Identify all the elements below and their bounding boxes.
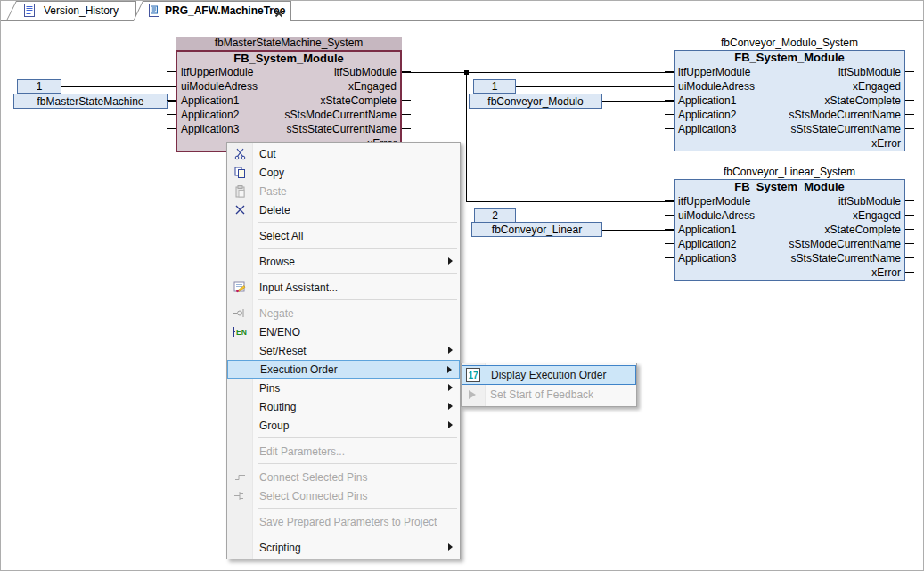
wire-operand-to-application1-2[interactable] bbox=[602, 101, 674, 102]
copy-icon bbox=[233, 166, 247, 179]
fb-body[interactable]: FB_System_Module itfUpperModuleitfSubMod… bbox=[176, 50, 402, 152]
operand-box-instance[interactable]: fbMasterStateMachine bbox=[13, 94, 168, 109]
input-pin[interactable]: itfUpperModule bbox=[678, 194, 750, 208]
menu-item-browse[interactable]: Browse bbox=[227, 252, 460, 271]
en-eno-icon: EN bbox=[233, 325, 247, 339]
operand-box-instance[interactable]: fbConveyor_Modulo bbox=[469, 94, 602, 109]
input-pin[interactable]: uiModuleAdress bbox=[678, 79, 755, 94]
wire-operand-to-application1-1[interactable] bbox=[168, 101, 176, 102]
instance-name[interactable]: fbConveyor_Linear_System bbox=[674, 166, 905, 179]
menu-item-set-reset[interactable]: Set/Reset bbox=[227, 341, 460, 360]
output-pin[interactable]: xEngaged bbox=[348, 79, 397, 94]
output-pin[interactable]: xError bbox=[871, 136, 901, 151]
menu-item-en-eno[interactable]: EN EN/ENO bbox=[227, 322, 460, 341]
instance-name[interactable]: fbConveyor_Modulo_System bbox=[674, 37, 905, 50]
function-block-conveyor-modulo: fbConveyor_Modulo_System FB_System_Modul… bbox=[674, 37, 905, 152]
input-pin[interactable]: Application2 bbox=[678, 237, 736, 251]
tab-label: Version_History bbox=[44, 1, 119, 20]
operand-box-instance[interactable]: fbConveyor_Linear bbox=[471, 222, 602, 237]
wire-operand-to-uimoduleadress-1[interactable] bbox=[61, 86, 176, 87]
submenu-arrow-icon bbox=[448, 403, 453, 410]
input-pin[interactable]: itfUpperModule bbox=[678, 65, 750, 79]
wire-operand-to-uimoduleadress-2[interactable] bbox=[516, 86, 674, 87]
submenu-item-display-execution-order[interactable]: 17 Display Execution Order bbox=[462, 365, 636, 385]
menu-separator bbox=[227, 271, 460, 278]
operand-box-address[interactable]: 2 bbox=[474, 208, 516, 223]
svg-text:EN: EN bbox=[236, 328, 247, 337]
output-pin[interactable]: xStateComplete bbox=[825, 94, 901, 108]
tab-version-history[interactable]: Version_History bbox=[6, 1, 136, 20]
input-pin[interactable]: Application3 bbox=[678, 122, 736, 136]
output-pin[interactable]: itfSubModule bbox=[334, 65, 397, 79]
instance-name[interactable]: fbMasterStateMachine_System bbox=[176, 37, 402, 50]
document-icon bbox=[24, 4, 35, 20]
menu-item-pins[interactable]: Pins bbox=[227, 379, 460, 397]
fb-type-title: FB_System_Module bbox=[177, 52, 400, 65]
output-pin[interactable]: itfSubModule bbox=[838, 194, 901, 208]
input-pin[interactable]: uiModuleAdress bbox=[678, 208, 755, 223]
menu-item-scripting[interactable]: Scripting bbox=[227, 538, 460, 557]
submenu-arrow-icon bbox=[448, 347, 453, 354]
menu-item-group[interactable]: Group bbox=[227, 416, 460, 435]
menu-item-delete[interactable]: Delete bbox=[227, 200, 460, 219]
function-block-master-state-machine: fbMasterStateMachine_System FB_System_Mo… bbox=[176, 37, 402, 152]
operand-value: fbConveyor_Linear bbox=[492, 224, 582, 236]
output-pin[interactable]: itfSubModule bbox=[838, 65, 901, 79]
wire-itfsubmodule-to-modulo[interactable] bbox=[402, 72, 674, 73]
menu-item-connect-selected-pins[interactable]: Connect Selected Pins bbox=[227, 468, 460, 486]
menu-item-execution-order[interactable]: Execution Order bbox=[227, 360, 460, 379]
output-pin[interactable]: sStsModeCurrentName bbox=[789, 237, 901, 251]
menu-item-negate[interactable]: Negate bbox=[227, 304, 460, 322]
select-connected-pins-icon bbox=[233, 489, 247, 502]
input-pin[interactable]: Application1 bbox=[678, 94, 736, 108]
submenu-arrow-icon bbox=[448, 257, 453, 265]
input-assistant-icon bbox=[233, 281, 247, 294]
menu-item-paste[interactable]: Paste bbox=[227, 182, 460, 200]
input-pin[interactable]: Application1 bbox=[678, 223, 736, 237]
menu-item-save-prepared-parameters[interactable]: Save Prepared Parameters to Project bbox=[227, 512, 460, 531]
operand-value: fbMasterStateMachine bbox=[37, 95, 143, 108]
menu-item-input-assistant[interactable]: Input Assistant... bbox=[227, 278, 460, 297]
output-pin[interactable]: xError bbox=[871, 265, 901, 280]
menu-item-copy[interactable]: Copy bbox=[227, 163, 460, 182]
output-pin[interactable]: sStsStateCurrentName bbox=[287, 122, 397, 136]
execution-order-submenu: 17 Display Execution Order Set Start of … bbox=[461, 363, 637, 407]
feedback-play-icon bbox=[469, 390, 476, 399]
input-pin[interactable]: itfUpperModule bbox=[181, 65, 253, 79]
input-pin[interactable]: uiModuleAdress bbox=[181, 79, 258, 94]
operand-box-address[interactable]: 1 bbox=[17, 79, 61, 94]
menu-item-select-all[interactable]: Select All bbox=[227, 226, 460, 245]
menu-item-select-connected-pins[interactable]: Select Connected Pins bbox=[227, 486, 460, 505]
output-pin[interactable]: sStsStateCurrentName bbox=[791, 251, 901, 265]
fb-body[interactable]: FB_System_Module itfUpperModuleitfSubMod… bbox=[674, 50, 905, 151]
wire-operand-to-uimoduleadress-3[interactable] bbox=[516, 216, 674, 216]
pou-icon bbox=[149, 4, 159, 20]
input-pin[interactable]: Application3 bbox=[678, 251, 736, 265]
menu-item-cut[interactable]: Cut bbox=[227, 144, 460, 163]
output-pin[interactable]: sStsStateCurrentName bbox=[791, 122, 901, 136]
wire-operand-to-application1-3[interactable] bbox=[602, 230, 674, 231]
wire-branch-to-linear[interactable] bbox=[466, 201, 674, 202]
input-pin[interactable]: Application2 bbox=[678, 108, 736, 122]
input-pin[interactable]: Application1 bbox=[181, 94, 239, 108]
wire-branch-vertical[interactable] bbox=[466, 72, 467, 202]
menu-item-routing[interactable]: Routing bbox=[227, 397, 460, 416]
output-pin[interactable]: sStsModeCurrentName bbox=[789, 108, 901, 122]
output-pin[interactable]: sStsModeCurrentName bbox=[285, 108, 397, 122]
output-pin[interactable]: xStateComplete bbox=[321, 94, 397, 108]
tab-label: PRG_AFW.MachineTree bbox=[165, 1, 285, 20]
output-pin[interactable]: xEngaged bbox=[853, 79, 901, 94]
fb-body[interactable]: FB_System_Module itfUpperModuleitfSubMod… bbox=[674, 179, 905, 281]
context-menu: Cut Copy Paste Delete Select All Browse … bbox=[226, 142, 461, 559]
input-pin[interactable]: Application3 bbox=[181, 122, 239, 136]
submenu-item-set-start-of-feedback[interactable]: Set Start of Feedback bbox=[462, 385, 636, 404]
operand-value: fbConveyor_Modulo bbox=[487, 95, 583, 108]
output-pin[interactable]: xStateComplete bbox=[825, 223, 901, 237]
close-icon[interactable] bbox=[274, 5, 283, 21]
output-pin[interactable]: xEngaged bbox=[853, 208, 901, 223]
operand-box-address[interactable]: 1 bbox=[473, 79, 516, 94]
input-pin[interactable]: Application2 bbox=[181, 108, 239, 122]
tab-prg-afw-machinetree[interactable]: PRG_AFW.MachineTree bbox=[133, 1, 291, 21]
submenu-arrow-icon bbox=[448, 421, 453, 428]
menu-item-edit-parameters[interactable]: Edit Parameters... bbox=[227, 442, 460, 461]
